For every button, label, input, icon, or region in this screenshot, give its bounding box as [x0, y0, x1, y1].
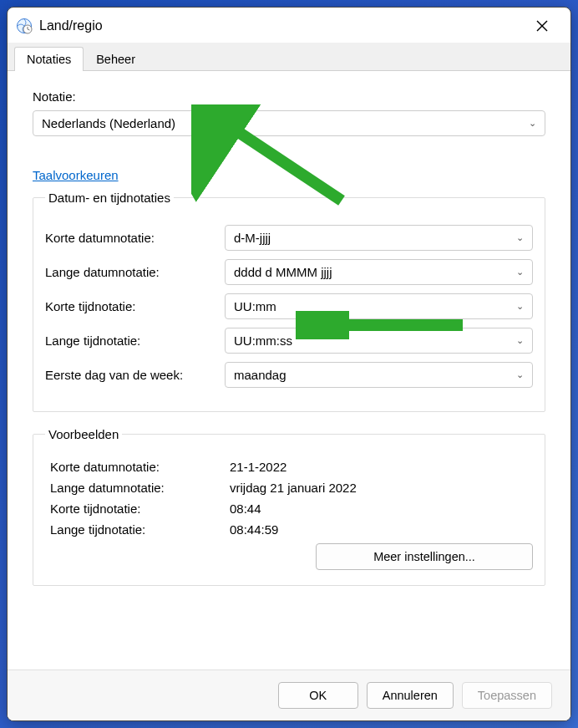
examples-group: Voorbeelden Korte datumnotatie: 21-1-202… [33, 427, 545, 586]
ex-short-time-value: 08:44 [230, 501, 533, 516]
titlebar: Land/regio [8, 8, 570, 43]
tabstrip: Notaties Beheer [8, 43, 570, 71]
format-value: Nederlands (Nederland) [42, 116, 529, 130]
window-title: Land/regio [39, 18, 525, 33]
datetime-formats-legend: Datum- en tijdnotaties [45, 191, 174, 205]
short-time-label: Korte tijdnotatie: [45, 299, 225, 313]
ex-short-date-label: Korte datumnotatie: [50, 460, 230, 474]
ex-long-date-label: Lange datumnotatie: [50, 481, 230, 495]
cancel-button[interactable]: Annuleren [367, 682, 454, 709]
ex-long-date-value: vrijdag 21 januari 2022 [230, 481, 533, 495]
long-date-label: Lange datumnotatie: [45, 265, 225, 279]
short-date-value: d-M-jjjj [234, 231, 516, 245]
region-dialog: Land/regio Notaties Beheer Notatie: Nede… [7, 7, 571, 721]
long-time-dropdown[interactable]: UU:mm:ss ⌄ [225, 328, 533, 354]
ex-short-date-value: 21-1-2022 [230, 460, 533, 474]
format-dropdown[interactable]: Nederlands (Nederland) ⌄ [33, 110, 545, 136]
datetime-formats-group: Datum- en tijdnotaties Korte datumnotati… [33, 191, 545, 412]
first-day-label: Eerste dag van de week: [45, 368, 225, 382]
apply-button: Toepassen [462, 682, 552, 709]
long-date-value: dddd d MMMM jjjj [234, 265, 516, 279]
close-button[interactable] [525, 13, 559, 39]
chevron-down-icon: ⌄ [516, 267, 524, 277]
tab-notaties[interactable]: Notaties [14, 47, 84, 71]
chevron-down-icon: ⌄ [529, 118, 536, 129]
short-time-value: UU:mm [234, 299, 516, 313]
first-day-dropdown[interactable]: maandag ⌄ [225, 362, 533, 388]
tab-content: Notatie: Nederlands (Nederland) ⌄ Taalvo… [8, 71, 570, 669]
short-date-dropdown[interactable]: d-M-jjjj ⌄ [225, 225, 533, 251]
long-time-value: UU:mm:ss [234, 333, 516, 348]
globe-clock-icon [16, 18, 33, 34]
long-time-label: Lange tijdnotatie: [45, 333, 225, 348]
close-icon [536, 20, 548, 32]
ex-short-time-label: Korte tijdnotatie: [50, 501, 230, 516]
chevron-down-icon: ⌄ [516, 335, 524, 346]
short-time-dropdown[interactable]: UU:mm ⌄ [225, 293, 533, 319]
first-day-value: maandag [234, 368, 516, 382]
ex-long-time-value: 08:44:59 [230, 522, 533, 537]
ok-button[interactable]: OK [278, 682, 358, 709]
examples-legend: Voorbeelden [45, 427, 122, 441]
tab-beheer[interactable]: Beheer [84, 47, 148, 71]
more-settings-button[interactable]: Meer instellingen... [316, 543, 533, 570]
dialog-footer: OK Annuleren Toepassen [8, 669, 570, 720]
language-preferences-link[interactable]: Taalvoorkeuren [33, 168, 119, 182]
short-date-label: Korte datumnotatie: [45, 231, 225, 245]
long-date-dropdown[interactable]: dddd d MMMM jjjj ⌄ [225, 259, 533, 285]
ex-long-time-label: Lange tijdnotatie: [50, 522, 230, 537]
format-label: Notatie: [33, 89, 545, 104]
chevron-down-icon: ⌄ [516, 369, 524, 380]
chevron-down-icon: ⌄ [516, 232, 524, 243]
chevron-down-icon: ⌄ [516, 301, 524, 312]
